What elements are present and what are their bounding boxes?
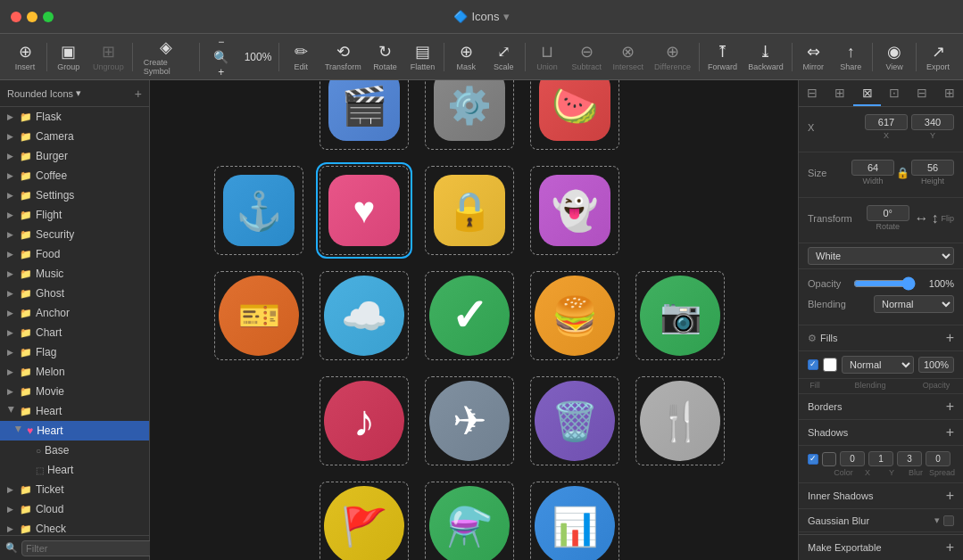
sidebar-item-camera[interactable]: ▶ 📁 Camera: [0, 127, 149, 146]
icon-cell-music[interactable]: ♪: [320, 376, 409, 465]
sidebar-sub-item-base[interactable]: ○ Base: [0, 441, 149, 460]
transform-button[interactable]: ⟲ Transform: [320, 39, 365, 74]
fill-opacity-input[interactable]: [918, 357, 954, 373]
sidebar-item-security[interactable]: ▶ 📁 Security: [0, 225, 149, 244]
icon-cell-food[interactable]: 🍴: [635, 376, 725, 465]
tab-align-top[interactable]: ⊡: [881, 80, 909, 106]
flatten-button[interactable]: ▤ Flatten: [404, 39, 440, 74]
sidebar-item-heart-active[interactable]: ▶ ♥ Heart: [0, 421, 149, 441]
close-button[interactable]: [11, 12, 21, 22]
fill-blending-select[interactable]: Normal: [842, 356, 914, 374]
fill-enabled-checkbox[interactable]: [808, 359, 818, 370]
chevron-down-icon[interactable]: ▾: [934, 515, 940, 526]
shadow-y-input[interactable]: [868, 451, 893, 466]
backward-button[interactable]: ⤓ Backward: [743, 39, 787, 74]
sidebar-item-burger[interactable]: ▶ 📁 Burger: [0, 146, 149, 166]
sidebar-item-heart-folder[interactable]: ▶ 📁 Heart: [0, 401, 149, 421]
icon-cell-anchor[interactable]: ⚓: [214, 166, 303, 255]
zoom-control[interactable]: − 🔍 +: [203, 33, 239, 81]
icon-cell-melon[interactable]: 🍉: [530, 80, 619, 150]
shadow-blur-input[interactable]: [897, 451, 922, 466]
insert-button[interactable]: ⊕ Insert: [7, 39, 43, 74]
icon-cell-movie[interactable]: 🎬: [320, 80, 409, 150]
sidebar-sub-item-heart[interactable]: ⬚ Heart: [0, 460, 149, 480]
scale-button[interactable]: ⤢ Scale: [486, 39, 521, 74]
sidebar-item-movie[interactable]: ▶ 📁 Movie: [0, 382, 149, 401]
share-button[interactable]: ↑ Share: [833, 40, 868, 74]
size-width-input[interactable]: [851, 160, 894, 176]
tab-distribute-v[interactable]: ⊟: [909, 80, 936, 106]
sidebar-item-flask[interactable]: ▶ 📁 Flask: [0, 107, 149, 127]
sidebar-item-flag[interactable]: ▶ 📁 Flag: [0, 342, 149, 362]
icon-cell-security[interactable]: 🔒: [425, 166, 514, 255]
sidebar-item-cloud[interactable]: ▶ 📁 Cloud: [0, 499, 149, 519]
sidebar-item-melon[interactable]: ▶ 📁 Melon: [0, 362, 149, 382]
sidebar-item-music[interactable]: ▶ 📁 Music: [0, 264, 149, 284]
sidebar-item-ghost[interactable]: ▶ 📁 Ghost: [0, 284, 149, 303]
canvas-area[interactable]: 🎬 ⚙️ 🍉 ⚓: [150, 80, 798, 560]
icon-cell-ghost[interactable]: 👻: [530, 166, 619, 255]
icon-cell-settings[interactable]: ⚙️: [425, 80, 514, 150]
group-button[interactable]: ▣ Group: [51, 39, 87, 74]
edit-button[interactable]: ✏ Edit: [283, 39, 319, 74]
mirror-button[interactable]: ⇔ Mirror: [795, 39, 831, 74]
add-shadow-button[interactable]: +: [946, 425, 954, 440]
icon-cell-flight[interactable]: ✈: [425, 376, 514, 465]
shadow-enabled-checkbox[interactable]: [808, 454, 818, 465]
sidebar-item-flight[interactable]: ▶ 📁 Flight: [0, 205, 149, 225]
fill-color-swatch[interactable]: [823, 358, 837, 372]
forward-button[interactable]: ⤒ Forward: [703, 39, 743, 74]
icon-cell-check[interactable]: ✓: [425, 271, 514, 360]
ungroup-button[interactable]: ⊞ Ungroup: [88, 39, 129, 74]
sidebar-item-coffee[interactable]: ▶ 📁 Coffee: [0, 166, 149, 185]
rotate-button[interactable]: ↻ Rotate: [367, 39, 403, 74]
filter-input[interactable]: [21, 540, 154, 556]
minimize-button[interactable]: [27, 12, 37, 22]
shadow-spread-input[interactable]: [926, 451, 951, 466]
create-symbol-button[interactable]: ◈ Create Symbol: [137, 35, 195, 78]
sidebar-item-anchor[interactable]: ▶ 📁 Anchor: [0, 303, 149, 323]
size-height-input[interactable]: [911, 160, 954, 176]
icon-cell-coffee[interactable]: 🗑️: [530, 376, 619, 465]
shadow-x-input[interactable]: [840, 451, 865, 466]
difference-button[interactable]: ⊕ Difference: [650, 39, 694, 74]
lock-proportions-icon[interactable]: 🔒: [896, 167, 909, 179]
tab-align-right[interactable]: ⊞: [935, 80, 963, 106]
icon-cell-flag[interactable]: 🚩: [320, 482, 409, 560]
mask-button[interactable]: ⊕ Mask: [448, 39, 484, 74]
gaussian-blur-checkbox[interactable]: [943, 515, 954, 526]
sidebar-item-check[interactable]: ▶ 📁 Check: [0, 519, 149, 535]
icon-cell-heart[interactable]: ♥: [320, 166, 409, 255]
icon-cell-cloud[interactable]: ☁️: [320, 271, 409, 360]
view-button[interactable]: ◉ View: [876, 39, 912, 74]
tab-align-center[interactable]: ⊞: [826, 80, 854, 106]
opacity-slider[interactable]: [853, 276, 916, 291]
position-x-input[interactable]: [865, 114, 908, 130]
icon-cell-camera[interactable]: 📷: [635, 271, 725, 360]
flip-v-icon[interactable]: ↕: [931, 210, 938, 226]
flip-h-icon[interactable]: ↔: [914, 210, 928, 226]
export-button[interactable]: ↗ Export: [920, 39, 956, 74]
add-border-button[interactable]: +: [946, 399, 954, 414]
intersect-button[interactable]: ⊗ Intersect: [608, 39, 648, 74]
tab-distribute-h[interactable]: ⊠: [853, 80, 881, 106]
sidebar-item-chart[interactable]: ▶ 📁 Chart: [0, 323, 149, 342]
position-y-input[interactable]: [911, 114, 954, 130]
sidebar-item-ticket[interactable]: ▶ 📁 Ticket: [0, 480, 149, 499]
fullscreen-button[interactable]: [43, 12, 54, 22]
union-button[interactable]: ⊔ Union: [529, 39, 565, 74]
add-inner-shadow-button[interactable]: +: [946, 489, 954, 503]
color-fill-select[interactable]: White: [808, 247, 954, 265]
rotate-input[interactable]: [867, 205, 909, 221]
icon-cell-ticket[interactable]: 🎫: [214, 271, 303, 360]
subtract-button[interactable]: ⊖ Subtract: [567, 39, 606, 74]
icon-cell-burger[interactable]: 🍔: [530, 271, 619, 360]
blending-select[interactable]: Normal: [874, 295, 954, 313]
icon-cell-flask[interactable]: ⚗️: [425, 482, 514, 560]
sidebar-header-label[interactable]: Rounded Icons ▾: [7, 87, 81, 99]
add-export-button[interactable]: +: [946, 540, 954, 555]
sidebar-item-food[interactable]: ▶ 📁 Food: [0, 244, 149, 264]
add-fill-button[interactable]: +: [946, 331, 954, 345]
new-group-icon[interactable]: +: [135, 86, 142, 101]
tab-align-left[interactable]: ⊟: [799, 80, 826, 106]
